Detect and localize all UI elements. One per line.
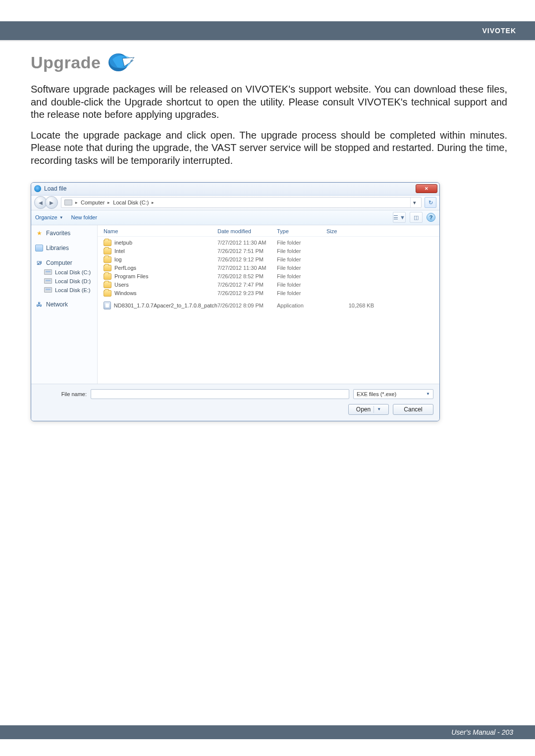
folder-icon <box>104 240 111 246</box>
file-name: Windows <box>114 290 137 296</box>
nav-drive-c[interactable]: Local Disk (C:) <box>31 268 97 277</box>
filetype-filter[interactable]: EXE files (*.exe) ▼ <box>353 389 433 399</box>
toolbar: Organize ▼ New folder ☰▼ ◫ ? <box>31 210 439 225</box>
nav-drive-d[interactable]: Local Disk (D:) <box>31 277 97 286</box>
folder-icon <box>104 256 111 263</box>
refresh-button[interactable]: ↻ <box>425 197 436 208</box>
breadcrumb-root[interactable]: Computer <box>81 200 105 205</box>
nav-computer-label: Computer <box>46 259 72 266</box>
chevron-down-icon: ▼ <box>377 407 381 411</box>
nav-libraries[interactable]: Libraries <box>31 243 97 253</box>
drive-icon <box>44 278 52 284</box>
folder-icon <box>104 265 111 271</box>
network-icon: 🖧 <box>35 301 43 308</box>
cancel-label: Cancel <box>404 406 422 413</box>
file-type: File folder <box>277 248 326 254</box>
file-date: 7/26/2012 9:12 PM <box>217 256 277 262</box>
folder-icon <box>104 282 111 288</box>
chevron-down-icon: ▼ <box>400 214 405 220</box>
nav-network-label: Network <box>46 301 68 308</box>
file-type: File folder <box>277 256 326 262</box>
nav-drive-e-label: Local Disk (E:) <box>55 287 91 293</box>
file-row[interactable]: Program Files7/26/2012 8:52 PMFile folde… <box>104 272 435 281</box>
close-icon: ✕ <box>425 186 428 191</box>
drive-icon <box>44 287 52 293</box>
file-date: 7/27/2012 11:30 AM <box>217 265 277 271</box>
file-name: ND8301_1.7.0.7Apacer2_to_1.7.0.8_patch <box>114 302 217 308</box>
nav-network[interactable]: 🖧 Network <box>31 300 97 309</box>
file-date: 7/26/2012 7:51 PM <box>217 248 277 254</box>
chevron-down-icon: ▼ <box>426 392 430 396</box>
nav-drive-e[interactable]: Local Disk (E:) <box>31 286 97 295</box>
breadcrumb-drive[interactable]: Local Disk (C:) <box>113 200 149 205</box>
breadcrumb-bar[interactable]: ▸ Computer ▸ Local Disk (C:) ▸ ▾ <box>61 197 422 208</box>
close-button[interactable]: ✕ <box>416 184 437 193</box>
chevron-right-icon: ▸ <box>107 200 110 205</box>
address-bar-row: ◄ ► ▸ Computer ▸ Local Disk (C:) ▸ ▾ ↻ <box>31 196 439 210</box>
cancel-button[interactable]: Cancel <box>393 404 433 415</box>
file-row[interactable]: inetpub7/27/2012 11:30 AMFile folder <box>104 239 435 247</box>
folder-icon <box>104 248 111 254</box>
folder-icon <box>104 290 111 297</box>
doc-header: VIVOTEK <box>0 21 535 40</box>
arrow-right-icon: ► <box>49 199 55 206</box>
preview-pane-button[interactable]: ◫ <box>410 212 423 223</box>
col-type[interactable]: Type <box>277 228 326 234</box>
nav-favorites[interactable]: ★ Favorites <box>31 228 97 238</box>
address-dropdown[interactable]: ▾ <box>410 198 418 207</box>
view-mode-button[interactable]: ☰▼ <box>393 212 406 223</box>
filename-input[interactable] <box>91 389 349 399</box>
file-row[interactable]: ND8301_1.7.0.7Apacer2_to_1.7.0.8_patch7/… <box>104 302 435 310</box>
section-title: Upgrade <box>31 53 101 72</box>
file-row[interactable]: Intel7/26/2012 7:51 PMFile folder <box>104 247 435 255</box>
dialog-bottom-bar: File name: EXE files (*.exe) ▼ Open ▼ Ca… <box>31 384 439 421</box>
help-icon: ? <box>429 214 433 220</box>
file-name: inetpub <box>114 240 132 246</box>
dialog-title: Load file <box>44 185 66 192</box>
organize-menu[interactable]: Organize ▼ <box>35 214 63 220</box>
file-type: File folder <box>277 290 326 296</box>
file-size: 10,268 KB <box>326 302 381 308</box>
file-row[interactable]: Users7/26/2012 7:47 PMFile folder <box>104 281 435 289</box>
file-type: Application <box>277 302 326 308</box>
computer-icon: 🖳 <box>35 259 43 266</box>
col-name[interactable]: Name <box>104 228 217 234</box>
col-date[interactable]: Date modified <box>217 228 277 234</box>
folder-icon <box>104 273 111 280</box>
column-headers: Name Date modified Type Size <box>98 225 439 237</box>
file-row[interactable]: log7/26/2012 9:12 PMFile folder <box>104 255 435 264</box>
file-type: File folder <box>277 240 326 246</box>
pane-icon: ◫ <box>414 214 419 221</box>
new-folder-label: New folder <box>71 214 98 220</box>
chevron-right-icon: ▸ <box>75 200 78 205</box>
paragraph-1: Software upgrade packages will be releas… <box>31 83 507 121</box>
drive-icon <box>64 200 72 205</box>
file-row[interactable]: PerfLogs7/27/2012 11:30 AMFile folder <box>104 264 435 272</box>
view-list-icon: ☰ <box>393 214 398 221</box>
file-row[interactable]: Windows7/26/2012 9:23 PMFile folder <box>104 289 435 298</box>
filetype-filter-label: EXE files (*.exe) <box>357 391 396 397</box>
filename-label: File name: <box>37 391 87 397</box>
open-button[interactable]: Open ▼ <box>348 404 389 415</box>
organize-label: Organize <box>35 214 57 220</box>
nav-favorites-label: Favorites <box>46 230 70 237</box>
file-date: 7/26/2012 7:47 PM <box>217 282 277 288</box>
nav-forward-button[interactable]: ► <box>45 196 58 209</box>
col-size[interactable]: Size <box>326 228 381 234</box>
new-folder-button[interactable]: New folder <box>71 214 98 220</box>
file-name: Program Files <box>114 273 148 279</box>
chevron-down-icon: ▼ <box>59 215 63 220</box>
nav-computer[interactable]: 🖳 Computer <box>31 258 97 268</box>
open-label: Open <box>356 406 371 413</box>
chevron-right-icon: ▸ <box>152 200 154 205</box>
file-name: Users <box>114 282 129 288</box>
help-button[interactable]: ? <box>427 213 435 222</box>
file-date: 7/26/2012 9:23 PM <box>217 290 277 296</box>
application-icon <box>104 302 111 309</box>
app-icon <box>34 185 41 192</box>
file-type: File folder <box>277 273 326 279</box>
star-icon: ★ <box>35 230 43 237</box>
nav-drive-c-label: Local Disk (C:) <box>55 269 91 275</box>
brand-text: VIVOTEK <box>482 27 516 35</box>
doc-footer: User's Manual - 203 <box>0 725 535 739</box>
